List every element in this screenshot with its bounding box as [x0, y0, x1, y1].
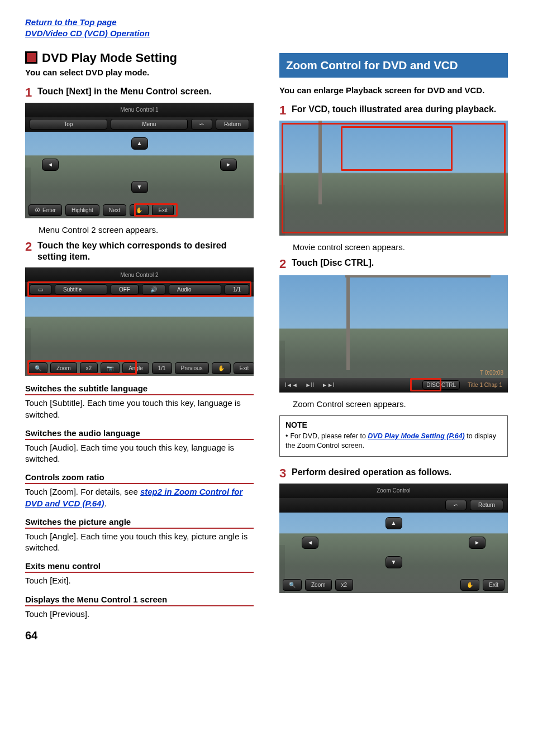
zoom-value: x2 — [335, 579, 354, 591]
def-body-subtitle: Touch [Subtitle]. Each time you touch th… — [25, 398, 254, 420]
dvd-play-mode-title: DVD Play Mode Setting — [25, 50, 254, 65]
dvd-intro: You can select DVD play mode. — [25, 68, 254, 77]
arrow-left-icon: ◄ — [42, 159, 59, 171]
figure-menu-control-1: Menu Control 1 Top Menu ⤺ Return ▲ ◄ ► ▼… — [25, 103, 254, 218]
arrow-up-icon: ▲ — [386, 517, 402, 529]
fig1-return-button: Return — [216, 119, 249, 130]
step-text: Touch the key which corresponds to desir… — [37, 240, 254, 264]
step-text: Touch [Disc CTRL]. — [292, 257, 374, 271]
disc-title-info: Title 1 Chap 1 — [468, 382, 502, 388]
zoom-hand-icon: ✋ — [460, 579, 479, 591]
right-step-2: 2 Touch [Disc CTRL]. — [279, 257, 508, 271]
link-section[interactable]: DVD/Video CD (VCD) Operation — [25, 28, 508, 39]
fig2-off-value: OFF — [111, 284, 139, 295]
definitions: Switches the subtitle language Touch [Su… — [25, 384, 254, 620]
def-body-zoom: Touch [Zoom]. For details, see step2 in … — [25, 486, 254, 509]
fig2-exit-button: Exit — [234, 362, 254, 374]
fig1-back-icon: ⤺ — [191, 119, 212, 130]
fig2-audio-button: Audio — [169, 284, 221, 295]
def-body-angle: Touch [Angle]. Each time you touch this … — [25, 531, 254, 554]
arrow-right-icon: ► — [469, 537, 486, 549]
left-step-2: 2 Touch the key which corresponds to des… — [25, 240, 254, 264]
fig2-angle-icon: 📷 — [101, 362, 120, 374]
def-head-exit: Exits menu control — [25, 561, 254, 573]
note-box: NOTE •For DVD, please refer to DVD Play … — [279, 415, 508, 457]
fig1-top-button: Top — [30, 119, 107, 130]
arrow-down-icon: ▼ — [131, 181, 148, 193]
page-number: 64 — [25, 629, 37, 642]
fig2-angle-button: Angle — [122, 362, 149, 374]
arrow-left-icon: ◄ — [302, 537, 318, 549]
fig2-hand-icon: ✋ — [212, 362, 231, 374]
def-head-previous: Displays the Menu Control 1 screen — [25, 595, 254, 606]
link-dvd-play-mode[interactable]: DVD Play Mode Setting (P.64) — [368, 432, 464, 440]
left-column: DVD Play Mode Setting You can select DVD… — [25, 45, 254, 620]
zoom-icon: 🔍 — [283, 579, 302, 591]
fig2-zoom-button: Zoom — [50, 362, 77, 374]
disc-prev-icon: I◄◄ — [285, 382, 298, 388]
def-head-angle: Switches the picture angle — [25, 517, 254, 529]
step-number: 1 — [25, 86, 37, 99]
right-caption-1: Movie control screen appears. — [293, 242, 508, 252]
fig1-menu-button: Menu — [111, 119, 188, 130]
disc-ctrl-button: DISC CTRL — [422, 380, 460, 390]
right-step-1: 1 For VCD, touch illustrated area during… — [279, 104, 508, 117]
left-step-1: 1 Touch [Next] in the Menu Control scree… — [25, 86, 254, 99]
header-links: Return to the Top page DVD/Video CD (VCD… — [25, 17, 508, 40]
step-text: For VCD, touch illustrated area during p… — [292, 104, 496, 117]
arrow-down-icon: ▼ — [386, 556, 402, 568]
def-head-audio: Switches the audio language — [25, 428, 254, 440]
zoom-title-bar: Zoom Control — [279, 484, 508, 498]
link-return-top[interactable]: Return to the Top page — [25, 17, 508, 28]
def-body-previous: Touch [Previous]. — [25, 609, 254, 620]
right-step-3: 3 Perform desired operation as follows. — [279, 467, 508, 480]
step-number: 3 — [279, 467, 292, 480]
fig2-zoom-value: x2 — [80, 362, 98, 374]
section-bullet-icon — [25, 51, 37, 64]
fig2-previous-button: Previous — [175, 362, 209, 374]
fig2-subtitle-button: Subtitle — [55, 284, 107, 295]
def-body-exit: Touch [Exit]. — [25, 575, 254, 586]
fig2-audio-value: 1/1 — [225, 284, 249, 295]
fig2-title-bar: Menu Control 2 — [25, 267, 254, 282]
fig1-hand-icon: ✋ — [130, 204, 149, 216]
fig2-angle-value: 1/1 — [152, 362, 172, 374]
note-body: •For DVD, please refer to DVD Play Mode … — [285, 432, 502, 451]
fig1-exit-button: Exit — [152, 204, 174, 216]
zoom-back-icon: ⤺ — [445, 500, 467, 510]
left-caption-1: Menu Control 2 screen appears. — [39, 225, 254, 235]
def-head-subtitle: Switches the subtitle language — [25, 384, 254, 395]
def-head-zoom: Controls zoom ratio — [25, 472, 254, 484]
step-number: 1 — [279, 104, 292, 117]
zoom-button: Zoom — [305, 579, 332, 591]
zoom-return-button: Return — [470, 500, 503, 510]
figure-zoom-control: Zoom Control ⤺ Return ▲ ◄ ► ▼ 🔍 Zoom x2 … — [279, 484, 508, 593]
note-title: NOTE — [285, 420, 502, 429]
zoom-control-banner: Zoom Control for DVD and VCD — [279, 53, 508, 78]
def-body-audio: Touch [Audio]. Each time you touch this … — [25, 442, 254, 465]
disc-play-icon: ►II — [306, 382, 314, 388]
figure-disc-ctrl: I◄◄ ►II ►►I DISC CTRL Title 1 Chap 1 T 0… — [279, 275, 508, 393]
step-text: Touch [Next] in the Menu Control screen. — [37, 86, 212, 99]
step-text: Perform desired operation as follows. — [292, 467, 451, 480]
fig1-next-button: Next — [103, 204, 127, 216]
disc-next-icon: ►►I — [322, 382, 335, 388]
step-number: 2 — [25, 240, 37, 264]
step-number: 2 — [279, 257, 292, 271]
arrow-up-icon: ▲ — [131, 137, 148, 150]
fig1-highlight-button: Highlight — [65, 204, 99, 216]
arrow-right-icon: ► — [220, 159, 237, 171]
fig1-title-bar: Menu Control 1 — [25, 103, 254, 117]
zoom-exit-button: Exit — [483, 579, 505, 591]
figure-vcd-touch-area — [279, 121, 508, 236]
zoom-intro: You can enlarge Playback screen for DVD … — [279, 85, 508, 95]
disc-time: T 0:00:08 — [480, 370, 503, 376]
figure-menu-control-2: Menu Control 2 ▭ Subtitle OFF 🔊 Audio 1/… — [25, 267, 254, 376]
fig2-speaker-icon: 🔊 — [142, 284, 165, 295]
right-caption-2: Zoom Control screen appears. — [293, 399, 508, 409]
right-column: Zoom Control for DVD and VCD You can enl… — [279, 45, 508, 620]
fig2-cc-icon: ▭ — [30, 284, 51, 295]
fig1-enter-button: ⦿Enter — [28, 204, 62, 216]
fig2-zoom-icon: 🔍 — [28, 362, 47, 374]
